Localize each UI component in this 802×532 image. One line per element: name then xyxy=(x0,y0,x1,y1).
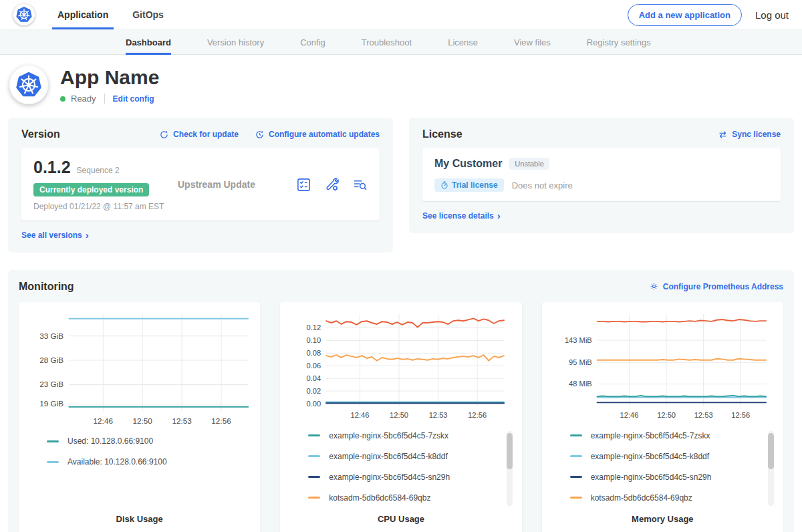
svg-text:12:56: 12:56 xyxy=(469,411,487,419)
license-detail-card: My Customer Unstable Trial license Does … xyxy=(422,148,781,201)
chart-title: Memory Usage xyxy=(550,514,775,524)
subnav-item-config[interactable]: Config xyxy=(300,30,325,54)
subnav-item-view-files[interactable]: View files xyxy=(514,30,551,54)
add-new-application-button[interactable]: Add a new application xyxy=(628,4,742,26)
version-sequence: Sequence 2 xyxy=(77,166,120,175)
subnav-item-version-history[interactable]: Version history xyxy=(207,30,264,54)
legend-item: example-nginx-5bc6f5d4c5-7zskx xyxy=(570,431,759,440)
legend-scrollbar-thumb[interactable] xyxy=(768,433,774,469)
deployed-timestamp: Deployed 01/21/22 @ 11:57 am EST xyxy=(33,202,175,211)
svg-text:95 MiB: 95 MiB xyxy=(569,358,592,366)
svg-text:12:46: 12:46 xyxy=(620,411,638,419)
currently-deployed-badge: Currently deployed version xyxy=(33,183,149,196)
legend-label: kotsadm-5db6dc6584-69qbz xyxy=(329,493,430,503)
check-for-update-label: Check for update xyxy=(173,130,239,139)
legend-scrollbar-track[interactable] xyxy=(507,431,513,506)
svg-text:19 GiB: 19 GiB xyxy=(39,399,63,408)
version-number: 0.1.2 xyxy=(33,158,71,177)
see-license-details-label: See license details xyxy=(422,211,494,221)
legend-scrollbar-track[interactable] xyxy=(768,431,774,506)
sync-license-link[interactable]: Sync license xyxy=(718,130,781,140)
channel-badge: Unstable xyxy=(509,158,549,170)
tab-gitops[interactable]: GitOps xyxy=(131,0,165,29)
preflight-checklist-icon[interactable] xyxy=(296,177,311,192)
legend-label: kotsadm-5db6dc6584-69qbz xyxy=(591,493,692,503)
legend-label: example-nginx-5bc6f5d4c5-k8ddf xyxy=(591,452,709,461)
svg-text:12:46: 12:46 xyxy=(351,411,370,419)
subnav-item-registry-settings[interactable]: Registry settings xyxy=(587,30,651,54)
cpu-usage-plot: 0.000.020.040.060.080.100.1212:4612:5012… xyxy=(288,310,513,422)
svg-text:12:53: 12:53 xyxy=(429,411,448,419)
subnav-item-dashboard[interactable]: Dashboard xyxy=(126,30,171,54)
subnav-item-license[interactable]: License xyxy=(448,30,478,54)
chart-legend: example-nginx-5bc6f5d4c5-7zskxexample-ng… xyxy=(288,430,513,514)
legend-color-dash xyxy=(570,434,582,436)
cpu-usage-card: 0.000.020.040.060.080.100.1212:4612:5012… xyxy=(280,302,521,532)
svg-text:143 MiB: 143 MiB xyxy=(565,336,592,344)
divider xyxy=(104,94,105,104)
svg-text:0.10: 0.10 xyxy=(307,336,321,344)
legend-item: example-nginx-5bc6f5d4c5-7zskx xyxy=(308,431,497,440)
svg-text:0.06: 0.06 xyxy=(307,362,321,370)
page-title: App Name xyxy=(60,66,159,88)
svg-text:12:50: 12:50 xyxy=(657,411,676,419)
configure-prometheus-label: Configure Prometheus Address xyxy=(663,282,783,291)
version-source-label: Upstream Update xyxy=(175,179,296,190)
app-logo xyxy=(9,65,48,104)
see-all-versions-link[interactable]: See all versions › xyxy=(21,230,89,240)
license-expiry: Does not expire xyxy=(512,180,573,190)
sync-arrows-icon xyxy=(718,130,728,140)
configure-automatic-updates-link[interactable]: Configure automatic updates xyxy=(255,130,380,140)
chart-legend: Used: 10.128.0.66:9100Available: 10.128.… xyxy=(27,435,252,513)
edit-config-link[interactable]: Edit config xyxy=(113,94,154,104)
monitoring-panel: Monitoring Configure Prometheus Address … xyxy=(8,270,794,532)
subnav-item-troubleshoot[interactable]: Troubleshoot xyxy=(362,30,412,54)
license-panel: License Sync license My Customer Unstabl… xyxy=(409,118,794,233)
svg-text:23 GiB: 23 GiB xyxy=(39,380,63,388)
tab-application[interactable]: Application xyxy=(56,0,110,29)
svg-text:48 MiB: 48 MiB xyxy=(569,380,592,388)
svg-text:12:56: 12:56 xyxy=(731,411,750,419)
top-navigation-bar: Application GitOps Add a new application… xyxy=(0,0,802,29)
charts-row: 19 GiB23 GiB28 GiB33 GiB12:4612:5012:531… xyxy=(19,302,783,532)
config-tools-icon[interactable] xyxy=(324,177,340,192)
svg-text:0.00: 0.00 xyxy=(307,399,321,407)
configure-prometheus-link[interactable]: Configure Prometheus Address xyxy=(649,281,783,291)
view-diff-icon[interactable] xyxy=(352,177,368,192)
svg-text:28 GiB: 28 GiB xyxy=(39,356,63,364)
memory-usage-card: 48 MiB95 MiB143 MiB12:4612:5012:5312:56e… xyxy=(542,302,783,532)
legend-color-dash xyxy=(570,455,582,457)
ready-status-dot xyxy=(60,96,65,102)
see-all-versions-label: See all versions xyxy=(21,231,82,240)
legend-item: Used: 10.128.0.66:9100 xyxy=(47,436,236,446)
svg-text:12:53: 12:53 xyxy=(172,416,192,424)
check-for-update-link[interactable]: Check for update xyxy=(159,130,239,140)
legend-item: kotsadm-5db6dc6584-69qbz xyxy=(308,493,497,503)
legend-item: kotsadm-5db6dc6584-69qbz xyxy=(570,493,759,503)
stopwatch-icon xyxy=(440,181,448,189)
chevron-right-icon: › xyxy=(86,230,89,240)
svg-text:0.04: 0.04 xyxy=(307,374,321,382)
svg-text:0.12: 0.12 xyxy=(307,323,321,331)
logout-button[interactable]: Log out xyxy=(755,9,789,21)
disk-usage-plot: 19 GiB23 GiB28 GiB33 GiB12:4612:5012:531… xyxy=(27,310,252,428)
legend-color-dash xyxy=(308,455,320,457)
legend-scrollbar-thumb[interactable] xyxy=(507,433,513,469)
license-panel-title: License xyxy=(422,128,462,140)
version-panel-title: Version xyxy=(21,128,60,140)
chart-title: Disk Usage xyxy=(27,514,252,524)
top-tabs: Application GitOps xyxy=(56,0,186,29)
sync-license-label: Sync license xyxy=(732,130,781,139)
legend-label: example-nginx-5bc6f5d4c5-sn29h xyxy=(591,473,712,482)
legend-color-dash xyxy=(47,461,59,463)
svg-text:12:53: 12:53 xyxy=(694,411,712,419)
kubernetes-helm-icon xyxy=(15,71,43,99)
legend-color-dash xyxy=(570,497,582,499)
see-license-details-link[interactable]: See license details › xyxy=(422,211,501,221)
legend-item: example-nginx-5bc6f5d4c5-sn29h xyxy=(308,473,497,482)
legend-color-dash xyxy=(47,440,59,442)
memory-usage-plot: 48 MiB95 MiB143 MiB12:4612:5012:5312:56 xyxy=(550,310,775,422)
legend-label: example-nginx-5bc6f5d4c5-sn29h xyxy=(329,473,450,482)
legend-item: example-nginx-5bc6f5d4c5-sn29h xyxy=(570,473,759,482)
svg-text:33 GiB: 33 GiB xyxy=(39,331,63,340)
